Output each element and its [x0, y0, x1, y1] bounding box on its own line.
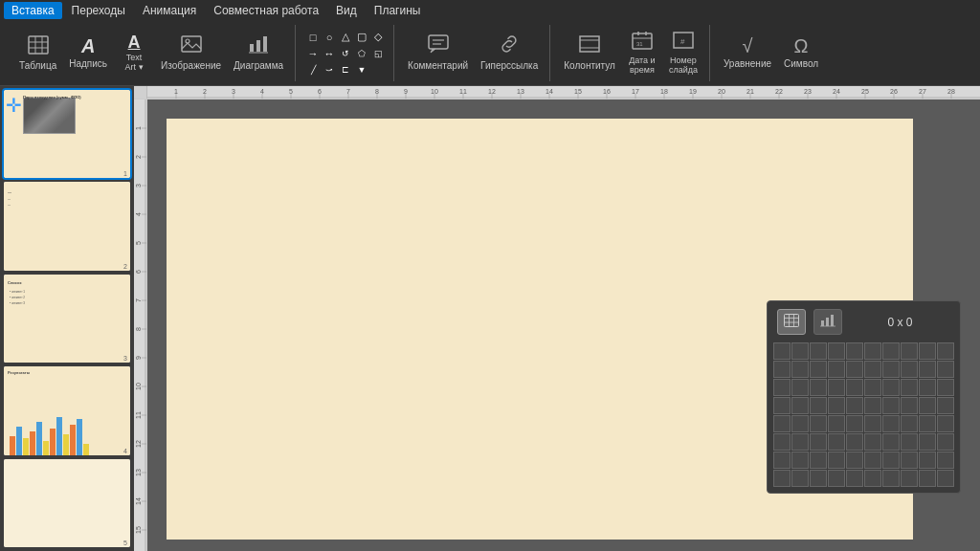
- shape-ellipse[interactable]: ○: [322, 30, 337, 45]
- slide-thumb-5[interactable]: 5: [4, 459, 130, 547]
- toolbar-chart-btn[interactable]: Диаграмма: [228, 26, 289, 81]
- toolbar-symbol-btn[interactable]: Ω Символ: [778, 26, 824, 81]
- cell-4-3[interactable]: [810, 397, 827, 414]
- cell-7-2[interactable]: [791, 452, 809, 469]
- cell-8-5[interactable]: [846, 470, 863, 487]
- cell-7-3[interactable]: [810, 452, 827, 469]
- picker-tab-chart[interactable]: [813, 309, 842, 335]
- toolbar-text-btn[interactable]: A Надпись: [63, 26, 113, 81]
- cell-1-1[interactable]: [773, 342, 791, 360]
- cell-1-2[interactable]: [791, 342, 809, 360]
- cell-3-2[interactable]: [791, 379, 809, 396]
- cell-7-7[interactable]: [882, 452, 900, 469]
- shape-rect[interactable]: □: [305, 30, 321, 45]
- slide-thumb-1[interactable]: ✛ Пары вхождения (сумм., ФПО) 1: [4, 90, 130, 178]
- cell-3-9[interactable]: [919, 379, 936, 396]
- cell-3-1[interactable]: [773, 379, 791, 396]
- cell-5-3[interactable]: [810, 415, 827, 432]
- shape-arrow-curved[interactable]: ↺: [338, 46, 353, 61]
- shape-connector[interactable]: ⤻: [322, 62, 337, 77]
- cell-6-3[interactable]: [810, 433, 827, 451]
- menu-collaboration[interactable]: Совместная работа: [206, 2, 326, 19]
- cell-1-3[interactable]: [810, 342, 827, 360]
- toolbar-textart-btn[interactable]: A TextArt ▾: [114, 26, 154, 81]
- cell-1-6[interactable]: [864, 342, 881, 360]
- menu-view[interactable]: Вид: [328, 2, 365, 19]
- cell-2-6[interactable]: [864, 361, 881, 378]
- menu-insert[interactable]: Вставка: [4, 2, 62, 19]
- cell-7-10[interactable]: [937, 452, 954, 469]
- cell-1-9[interactable]: [919, 342, 936, 360]
- cell-8-9[interactable]: [919, 470, 936, 487]
- toolbar-table-btn[interactable]: Таблица: [13, 26, 62, 81]
- cell-3-10[interactable]: [937, 379, 954, 396]
- cell-8-3[interactable]: [810, 470, 827, 487]
- cell-8-1[interactable]: [773, 470, 791, 487]
- cell-4-2[interactable]: [791, 397, 809, 414]
- cell-6-4[interactable]: [828, 433, 845, 451]
- cell-7-8[interactable]: [901, 452, 918, 469]
- cell-2-2[interactable]: [791, 361, 809, 378]
- shape-more2[interactable]: [370, 62, 386, 77]
- cell-2-1[interactable]: [773, 361, 791, 378]
- shape-diamond[interactable]: ◇: [370, 30, 386, 45]
- cell-1-5[interactable]: [846, 342, 863, 360]
- cell-5-6[interactable]: [864, 415, 881, 432]
- menu-plugins[interactable]: Плагины: [367, 2, 429, 19]
- cell-1-7[interactable]: [882, 342, 900, 360]
- menu-transitions[interactable]: Переходы: [64, 2, 133, 19]
- cell-7-6[interactable]: [864, 452, 881, 469]
- cell-3-7[interactable]: [882, 379, 900, 396]
- cell-8-10[interactable]: [937, 470, 954, 487]
- cell-7-1[interactable]: [773, 452, 791, 469]
- shape-arrow-both[interactable]: ↔: [322, 46, 337, 61]
- shape-triangle[interactable]: △: [338, 30, 353, 45]
- slide-thumb-4[interactable]: Результаты: [4, 366, 130, 454]
- cell-4-4[interactable]: [828, 397, 845, 414]
- cell-5-7[interactable]: [882, 415, 900, 432]
- cell-3-4[interactable]: [828, 379, 845, 396]
- cell-6-6[interactable]: [864, 433, 881, 451]
- toolbar-datetime-btn[interactable]: 31 Дата ивремя: [622, 26, 662, 81]
- cell-1-8[interactable]: [901, 342, 918, 360]
- cell-2-5[interactable]: [846, 361, 863, 378]
- cell-6-8[interactable]: [901, 433, 918, 451]
- cell-2-8[interactable]: [901, 361, 918, 378]
- picker-tab-table[interactable]: [777, 309, 806, 335]
- cell-4-7[interactable]: [882, 397, 900, 414]
- cell-8-4[interactable]: [828, 470, 845, 487]
- cell-3-6[interactable]: [864, 379, 881, 396]
- cell-6-7[interactable]: [882, 433, 900, 451]
- shape-more[interactable]: ▼: [354, 62, 369, 77]
- cell-4-1[interactable]: [773, 397, 791, 414]
- cell-5-10[interactable]: [937, 415, 954, 432]
- cell-4-9[interactable]: [919, 397, 936, 414]
- cell-6-9[interactable]: [919, 433, 936, 451]
- cell-5-8[interactable]: [901, 415, 918, 432]
- cell-6-10[interactable]: [937, 433, 954, 451]
- cell-5-2[interactable]: [791, 415, 809, 432]
- cell-3-8[interactable]: [901, 379, 918, 396]
- cell-7-5[interactable]: [846, 452, 863, 469]
- cell-1-4[interactable]: [828, 342, 845, 360]
- cell-6-5[interactable]: [846, 433, 863, 451]
- cell-4-6[interactable]: [864, 397, 881, 414]
- table-cell-grid[interactable]: [773, 342, 954, 487]
- toolbar-headerfooter-btn[interactable]: Колонтитул: [558, 26, 621, 81]
- cell-6-2[interactable]: [791, 433, 809, 451]
- cell-8-2[interactable]: [791, 470, 809, 487]
- toolbar-equation-btn[interactable]: √ Уравнение: [718, 26, 777, 81]
- cell-5-9[interactable]: [919, 415, 936, 432]
- cell-7-9[interactable]: [919, 452, 936, 469]
- shape-arrow-right[interactable]: →: [305, 46, 321, 61]
- toolbar-slidenumber-btn[interactable]: # Номерслайда: [663, 26, 703, 81]
- slide-thumb-2[interactable]: — — — 2: [4, 182, 130, 270]
- cell-8-6[interactable]: [864, 470, 881, 487]
- cell-5-5[interactable]: [846, 415, 863, 432]
- cell-2-3[interactable]: [810, 361, 827, 378]
- shape-bracket[interactable]: ⊏: [338, 62, 353, 77]
- menu-animation[interactable]: Анимация: [135, 2, 204, 19]
- cell-2-4[interactable]: [828, 361, 845, 378]
- cell-1-10[interactable]: [937, 342, 954, 360]
- cell-2-7[interactable]: [882, 361, 900, 378]
